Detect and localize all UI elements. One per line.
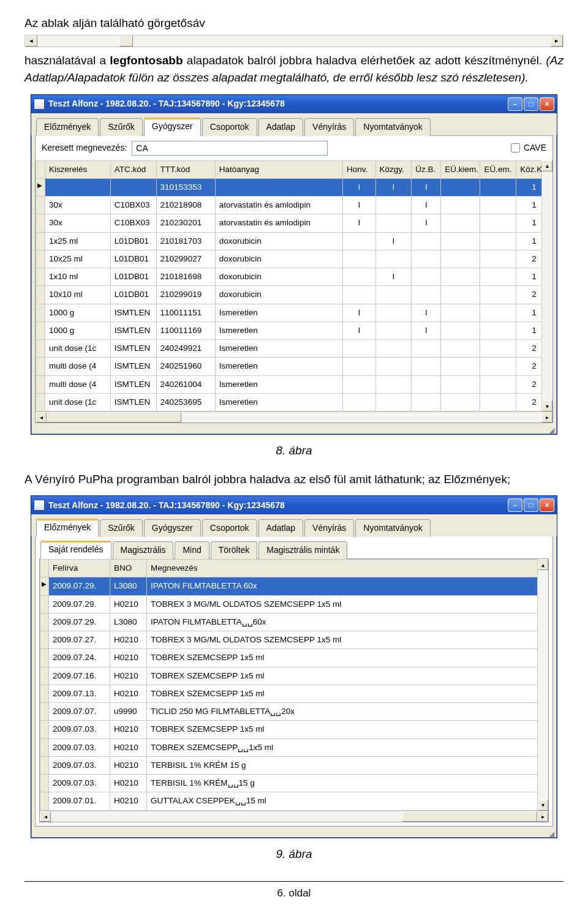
table-row[interactable]: 30xC10BX03210218908atorvastatin és amlod… <box>36 197 552 214</box>
row-indicator <box>36 358 45 375</box>
table-row[interactable]: multi dose (4ISMTLEN240261004Ismeretlen2 <box>36 375 552 393</box>
row-indicator <box>40 631 49 649</box>
column-header[interactable]: Kiszerelés <box>45 160 110 178</box>
scroll-down-icon[interactable]: ▾ <box>538 800 548 811</box>
column-header[interactable]: Felírva <box>49 560 110 577</box>
scroll-thumb[interactable] <box>119 36 133 47</box>
cell <box>480 304 516 321</box>
close-button[interactable]: × <box>540 97 554 111</box>
table-row[interactable]: 2009.07.29.L3080IPATON FILMTABLETTA␣␣60x <box>40 613 548 631</box>
table-row[interactable]: 2009.07.27.H0210TOBREX 3 MG/ML OLDATOS S… <box>40 631 548 649</box>
resize-grip-icon[interactable]: ◢ <box>31 830 557 838</box>
table-row[interactable]: 2009.07.07.u9990TICLID 250 MG FILMTABLET… <box>40 703 548 721</box>
tab-nyomtatv-nyok[interactable]: Nyomtatványok <box>355 519 430 537</box>
column-header[interactable]: Megnevezés <box>147 560 548 577</box>
table-row[interactable]: 1x25 mlL01DB01210181703doxorubicinI1 <box>36 232 552 250</box>
table-row[interactable]: 2009.07.03.H0210TOBREX SZEMCSEPP 1x5 ml <box>40 721 548 738</box>
cell: unit dose (1c <box>45 393 110 411</box>
subtab-mind[interactable]: Mind <box>175 541 209 559</box>
cell: 1000 g <box>45 321 110 339</box>
cell <box>480 178 516 196</box>
table-row[interactable]: 2009.07.29.L3080IPATON FILMTABLETTA 60x <box>40 577 548 595</box>
scroll-down-icon[interactable]: ▾ <box>542 400 552 411</box>
table-row[interactable]: multi dose (4ISMTLEN240251960Ismeretlen2 <box>36 358 552 375</box>
column-header[interactable]: ATC.kód <box>110 160 156 178</box>
table-row[interactable]: 1x10 mlL01DB01210181698doxorubicinI1 <box>36 268 552 286</box>
minimize-button[interactable]: – <box>508 97 522 111</box>
table-row[interactable]: 2009.07.13.H0210TOBREX SZEMCSEPP 1x5 ml <box>40 685 548 702</box>
table-row[interactable]: 2009.07.16.H0210TOBREX SZEMCSEPP 1x5 ml <box>40 667 548 685</box>
table-row[interactable]: unit dose (1cISMTLEN240249921Ismeretlen2 <box>36 340 552 358</box>
scroll-thumb[interactable] <box>402 811 537 822</box>
cell <box>480 232 516 250</box>
table-row[interactable]: 1000 gISMTLEN110011151IsmeretlenII1 <box>36 304 552 321</box>
cell: L01DB01 <box>110 268 156 286</box>
tab-v-ny-r-s[interactable]: Vényírás <box>304 519 354 537</box>
tab-v-ny-r-s[interactable]: Vényírás <box>304 118 354 136</box>
subtab-magisztr-lis-mint-k[interactable]: Magisztrális minták <box>258 541 347 559</box>
table-row[interactable]: 2009.07.29.H0210TOBREX 3 MG/ML OLDATOS S… <box>40 595 548 613</box>
column-header[interactable]: EÜ.em. <box>480 160 516 178</box>
table-row[interactable]: 2009.07.03.H0210TOBREX SZEMCSEPP␣␣1x5 ml <box>40 738 548 756</box>
vertical-scrollbar[interactable]: ▴ ▾ <box>541 160 552 412</box>
cell: 2009.07.13. <box>49 685 110 702</box>
column-header[interactable]: Üz.B. <box>412 160 441 178</box>
table-row[interactable]: 2009.07.24.H0210TOBREX SZEMCSEPP 1x5 ml <box>40 649 548 667</box>
column-header[interactable]: Közgy. <box>375 160 412 178</box>
scroll-track[interactable] <box>37 36 551 47</box>
scroll-track[interactable] <box>538 570 548 800</box>
scroll-right-icon[interactable]: ▸ <box>537 811 548 822</box>
tab-gy-gyszer[interactable]: Gyógyszer <box>144 118 201 136</box>
subtab-t-r-ltek[interactable]: Töröltek <box>211 541 258 559</box>
scroll-thumb[interactable] <box>47 412 181 423</box>
tab-csoportok[interactable]: Csoportok <box>202 118 257 136</box>
tab-gy-gyszer[interactable]: Gyógyszer <box>144 519 201 537</box>
vertical-scrollbar[interactable]: ▴ ▾ <box>537 559 548 811</box>
tab-adatlap[interactable]: Adatlap <box>258 118 303 136</box>
table-row[interactable]: 10x25 mlL01DB01210299027doxorubicin2 <box>36 250 552 268</box>
tab-sz-r-k[interactable]: Szűrők <box>100 519 143 537</box>
search-input[interactable] <box>132 141 328 156</box>
table-row[interactable]: 2009.07.03.H0210TERBISIL 1% KRÉM␣␣15 g <box>40 775 548 792</box>
scroll-up-icon[interactable]: ▴ <box>542 160 552 171</box>
maximize-button[interactable]: □ <box>524 498 538 512</box>
tab-adatlap[interactable]: Adatlap <box>258 519 303 537</box>
cave-checkbox-input[interactable] <box>511 143 520 152</box>
tab-el-zm-nyek[interactable]: Előzmények <box>36 519 99 537</box>
horizontal-scrollbar[interactable]: ◂ ▸ <box>36 411 552 423</box>
scroll-track[interactable] <box>542 171 552 401</box>
column-header[interactable]: TTT.kód <box>156 160 215 178</box>
subtab-magisztr-lis[interactable]: Magisztrális <box>113 541 174 559</box>
tab-sz-r-k[interactable]: Szűrők <box>100 118 143 136</box>
table-row[interactable]: 1000 gISMTLEN110011169IsmeretlenII1 <box>36 321 552 339</box>
resize-grip-icon[interactable]: ◢ <box>31 427 557 434</box>
column-header[interactable]: EÜ.kiem. <box>441 160 480 178</box>
subtab-saj-t-rendel-s[interactable]: Saját rendelés <box>40 541 111 559</box>
close-button[interactable]: × <box>540 498 554 512</box>
tab-el-zm-nyek[interactable]: Előzmények <box>36 118 99 136</box>
maximize-button[interactable]: □ <box>524 97 538 111</box>
table-row[interactable]: 10x10 mlL01DB01210299019doxorubicin2 <box>36 286 552 304</box>
column-header[interactable]: Hatóanyag <box>215 160 342 178</box>
table-row[interactable]: 2009.07.03.H0210TERBISIL 1% KRÉM 15 g <box>40 756 548 774</box>
column-header[interactable]: BNO <box>110 560 147 577</box>
horizontal-scrollbar[interactable]: ◂ ▸ <box>40 811 548 822</box>
table-row[interactable]: 310153353III1 <box>36 178 552 196</box>
scroll-left-icon[interactable]: ◂ <box>40 811 51 822</box>
cell: H0210 <box>110 685 147 702</box>
tab-csoportok[interactable]: Csoportok <box>202 519 257 537</box>
cell: 10x10 ml <box>45 286 110 304</box>
cave-checkbox[interactable]: CAVE <box>511 141 546 154</box>
table-row[interactable]: unit dose (1cISMTLEN240253695Ismeretlen2 <box>36 393 552 411</box>
tab-nyomtatv-nyok[interactable]: Nyomtatványok <box>355 118 430 136</box>
scroll-right-icon[interactable]: ▸ <box>551 36 563 47</box>
column-header[interactable]: Honv. <box>343 160 375 178</box>
scroll-right-icon[interactable]: ▸ <box>541 412 552 423</box>
scroll-left-icon[interactable]: ◂ <box>25 36 37 47</box>
table-row[interactable]: 2009.07.01.H0210GUTTALAX CSEPPEK␣␣15 ml <box>40 792 548 810</box>
search-row: Keresett megnevezés: CAVE <box>36 136 552 160</box>
table-row[interactable]: 30xC10BX03210230201atorvastatin és amlod… <box>36 214 552 232</box>
minimize-button[interactable]: – <box>508 498 522 512</box>
scroll-left-icon[interactable]: ◂ <box>36 412 47 423</box>
scroll-up-icon[interactable]: ▴ <box>538 559 548 570</box>
